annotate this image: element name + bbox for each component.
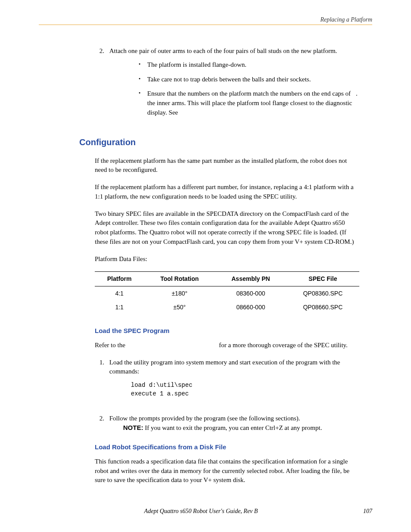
bullet-3: • Ensure that the numbers on the platfor… bbox=[139, 89, 358, 117]
code-block: load d:\util\spec execute 1 a.spec bbox=[131, 381, 358, 398]
spec-table: Platform Tool Rotation Assembly PN SPEC … bbox=[95, 271, 359, 314]
page-number: 107 bbox=[363, 508, 372, 515]
th-rotation: Tool Rotation bbox=[144, 272, 215, 286]
note-label: NOTE: bbox=[123, 424, 143, 431]
cell-specfile-1: QP08660.SPC bbox=[286, 300, 359, 314]
th-platform: Platform bbox=[95, 272, 144, 286]
ol-item-1: 1. Load the utility program into system … bbox=[95, 358, 359, 406]
page-footer: Adept Quattro s650 Robot User's Guide, R… bbox=[0, 508, 411, 515]
para-config-3: Two binary SPEC files are available in t… bbox=[95, 209, 359, 247]
step-2-text: Attach one pair of outer arms to each of… bbox=[109, 47, 337, 54]
ol-item-2: 2. Follow the prompts provided by the pr… bbox=[95, 414, 359, 433]
th-assembly: Assembly PN bbox=[215, 272, 286, 286]
heading-spec: Load the SPEC Program bbox=[95, 326, 359, 336]
para-config-1: If the replacement platform has the same… bbox=[95, 156, 359, 175]
page-header-title: Replacing a Platform bbox=[39, 16, 372, 25]
heading-config: Configuration bbox=[79, 136, 359, 149]
cell-specfile-0: QP08360.SPC bbox=[286, 286, 359, 300]
cell-rotation-0: ±180° bbox=[144, 286, 215, 300]
para-robot: This function reads a specification data… bbox=[95, 457, 359, 485]
ol-text-1: Load the utility program into system mem… bbox=[109, 359, 340, 375]
bullet-2: • Take care not to trap debris between t… bbox=[139, 75, 358, 84]
note-text: If you want to exit the program, you can… bbox=[145, 424, 322, 431]
para-config-2: If the replacement platform has a differ… bbox=[95, 183, 359, 202]
heading-robot: Load Robot Specifications from a Disk Fi… bbox=[95, 442, 359, 452]
cell-assembly-0: 08360-000 bbox=[215, 286, 286, 300]
cell-rotation-1: ±50° bbox=[144, 300, 215, 314]
para-config-4: Platform Data Files: bbox=[95, 255, 359, 264]
step-2: 2. Attach one pair of outer arms to each… bbox=[95, 47, 359, 124]
cell-platform-1: 1:1 bbox=[95, 300, 144, 314]
th-specfile: SPEC File bbox=[286, 272, 359, 286]
footer-title: Adept Quattro s650 Robot User's Guide, R… bbox=[144, 508, 258, 514]
cell-assembly-1: 08660-000 bbox=[215, 300, 286, 314]
bullet-1: • The platform is installed flange-down. bbox=[139, 60, 358, 70]
cell-platform-0: 4:1 bbox=[95, 286, 144, 300]
ol-text-2: Follow the prompts provided by the progr… bbox=[109, 415, 300, 422]
para-spec-pre: Refer to the for a more thorough coverag… bbox=[95, 341, 359, 350]
